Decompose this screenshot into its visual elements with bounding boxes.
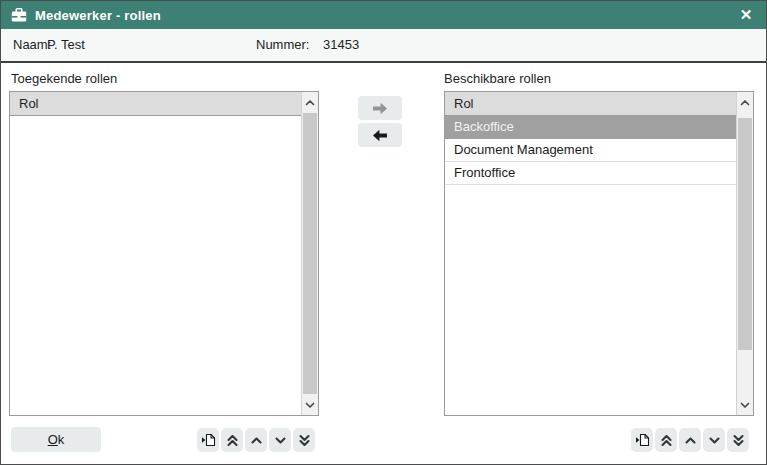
employee-info-row: Naam: P. Test Nummer: 31453: [1, 29, 766, 63]
scrollbar-thumb[interactable]: [738, 118, 752, 350]
chevron-down-icon[interactable]: [737, 394, 753, 415]
insert-page-icon: [635, 433, 650, 447]
move-bottom-button[interactable]: [727, 428, 749, 452]
move-down-button[interactable]: [269, 428, 291, 452]
briefcase-icon: [11, 8, 27, 23]
move-up-button[interactable]: [245, 428, 267, 452]
chevron-up-icon: [250, 436, 263, 445]
chevron-up-icon: [684, 436, 697, 445]
name-value: P. Test: [47, 29, 85, 61]
name-label: Naam:: [13, 29, 51, 61]
dialog-medewerker-rollen: Medewerker - rollen ✕ Naam: P. Test Numm…: [0, 0, 767, 465]
assigned-roles-scrollbar[interactable]: [301, 92, 318, 415]
move-right-button[interactable]: [358, 96, 402, 120]
insert-page-button[interactable]: [631, 428, 653, 452]
chevron-up-icon[interactable]: [737, 92, 753, 113]
available-roles-rows: Backoffice Document Management Frontoffi…: [445, 116, 736, 415]
move-bottom-button[interactable]: [293, 428, 315, 452]
available-roles-scrollbar[interactable]: [736, 92, 753, 415]
arrow-right-icon: [372, 102, 388, 115]
insert-page-icon: [201, 433, 216, 447]
double-chevron-down-icon: [732, 434, 745, 447]
assigned-roles-column-header[interactable]: Rol: [10, 92, 301, 116]
available-roles-column-header[interactable]: Rol: [445, 92, 736, 116]
insert-page-button[interactable]: [197, 428, 219, 452]
titlebar[interactable]: Medewerker - rollen ✕: [1, 1, 766, 29]
assigned-roles-list: Rol: [9, 91, 319, 416]
available-roles-list: Rol Backoffice Document Management Front…: [444, 91, 754, 416]
list-item[interactable]: Backoffice: [445, 116, 736, 139]
move-left-button[interactable]: [358, 123, 402, 147]
dialog-title: Medewerker - rollen: [35, 8, 161, 23]
move-up-button[interactable]: [679, 428, 701, 452]
arrow-left-icon: [372, 129, 388, 142]
screen: Medewerker - rollen ✕ Naam: P. Test Numm…: [0, 0, 767, 465]
chevron-up-icon[interactable]: [302, 92, 318, 113]
number-value: 31453: [323, 29, 359, 61]
list-item[interactable]: Document Management: [445, 139, 736, 162]
available-roles-toolbar: [631, 428, 749, 452]
assigned-roles-toolbar: [197, 428, 315, 452]
close-icon[interactable]: ✕: [732, 1, 760, 29]
available-roles-label: Beschikbare rollen: [444, 71, 551, 86]
assigned-roles-label: Toegekende rollen: [11, 71, 117, 86]
scrollbar-thumb[interactable]: [303, 113, 317, 394]
assigned-roles-rows[interactable]: [10, 116, 301, 415]
ok-button[interactable]: Ok: [11, 427, 101, 452]
double-chevron-down-icon: [298, 434, 311, 447]
chevron-down-icon[interactable]: [302, 394, 318, 415]
chevron-down-icon: [708, 436, 721, 445]
double-chevron-up-icon: [660, 434, 673, 447]
list-item[interactable]: Frontoffice: [445, 162, 736, 185]
chevron-down-icon: [274, 436, 287, 445]
move-top-button[interactable]: [221, 428, 243, 452]
number-label: Nummer:: [256, 29, 309, 61]
move-top-button[interactable]: [655, 428, 677, 452]
move-down-button[interactable]: [703, 428, 725, 452]
double-chevron-up-icon: [226, 434, 239, 447]
